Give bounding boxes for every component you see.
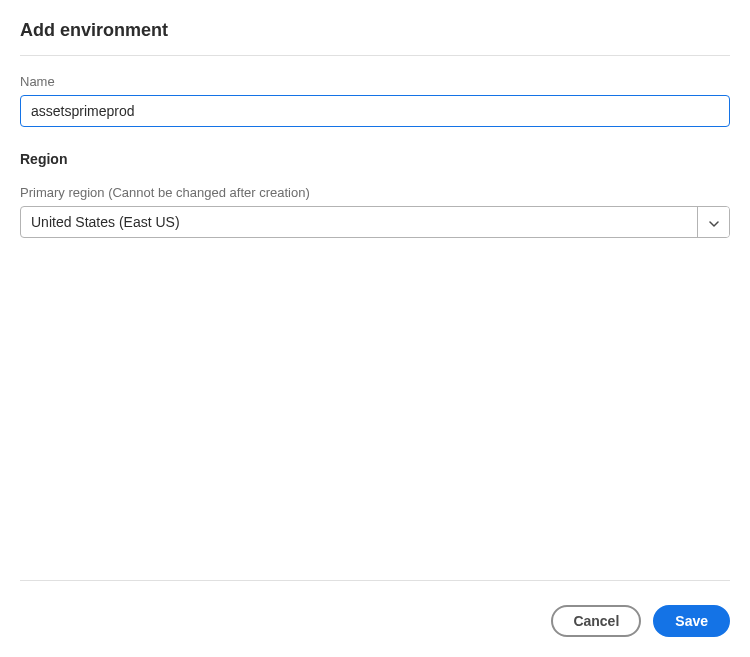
dialog-title: Add environment xyxy=(20,20,730,55)
region-heading: Region xyxy=(20,151,730,167)
name-field-group: Name xyxy=(20,74,730,127)
dialog-footer: Cancel Save xyxy=(20,580,730,637)
cancel-button[interactable]: Cancel xyxy=(551,605,641,637)
primary-region-value[interactable]: United States (East US) xyxy=(21,207,697,237)
primary-region-select[interactable]: United States (East US) xyxy=(20,206,730,238)
save-button[interactable]: Save xyxy=(653,605,730,637)
footer-divider xyxy=(20,580,730,581)
title-divider xyxy=(20,55,730,56)
primary-region-group: Primary region (Cannot be changed after … xyxy=(20,185,730,238)
button-row: Cancel Save xyxy=(20,605,730,637)
primary-region-label: Primary region (Cannot be changed after … xyxy=(20,185,730,200)
name-input[interactable] xyxy=(20,95,730,127)
chevron-down-icon xyxy=(709,213,719,231)
name-label: Name xyxy=(20,74,730,89)
primary-region-dropdown-button[interactable] xyxy=(697,207,729,237)
